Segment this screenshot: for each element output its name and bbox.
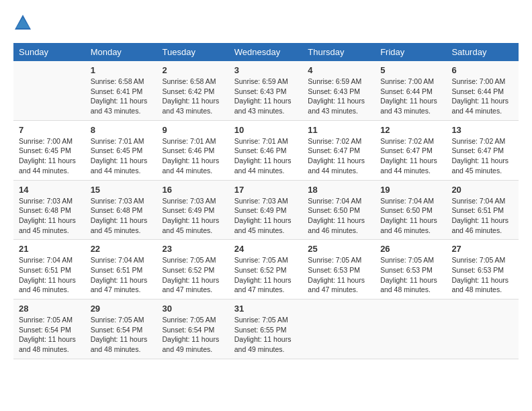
- calendar-cell: 15Sunrise: 7:03 AMSunset: 6:48 PMDayligh…: [85, 180, 157, 240]
- calendar-cell: 21Sunrise: 7:04 AMSunset: 6:51 PMDayligh…: [13, 240, 85, 300]
- calendar-cell: 3Sunrise: 6:59 AMSunset: 6:43 PMDaylight…: [229, 61, 303, 120]
- day-number: 8: [91, 125, 152, 135]
- calendar-cell: 2Sunrise: 6:58 AMSunset: 6:42 PMDaylight…: [157, 61, 229, 120]
- day-number: 2: [163, 65, 224, 75]
- day-detail: Sunrise: 7:04 AMSunset: 6:51 PMDaylight:…: [451, 196, 513, 236]
- calendar-cell: 8Sunrise: 7:01 AMSunset: 6:45 PMDaylight…: [85, 120, 157, 180]
- day-detail: Sunrise: 7:03 AMSunset: 6:48 PMDaylight:…: [91, 196, 152, 236]
- day-detail: Sunrise: 7:03 AMSunset: 6:49 PMDaylight:…: [163, 196, 224, 236]
- calendar-cell: 11Sunrise: 7:02 AMSunset: 6:47 PMDayligh…: [302, 120, 375, 180]
- calendar-cell: [13, 61, 85, 120]
- day-number: 28: [19, 304, 80, 314]
- day-detail: Sunrise: 6:58 AMSunset: 6:42 PMDaylight:…: [163, 77, 224, 116]
- day-number: 11: [308, 125, 369, 135]
- day-number: 1: [91, 65, 152, 75]
- day-detail: Sunrise: 7:05 AMSunset: 6:52 PMDaylight:…: [234, 255, 298, 295]
- calendar-cell: 4Sunrise: 6:59 AMSunset: 6:43 PMDaylight…: [302, 61, 375, 120]
- col-header-sunday: Sunday: [13, 43, 85, 61]
- day-detail: Sunrise: 7:05 AMSunset: 6:55 PMDaylight:…: [234, 315, 298, 355]
- day-detail: Sunrise: 6:59 AMSunset: 6:43 PMDaylight:…: [234, 77, 298, 116]
- day-number: 31: [234, 304, 298, 314]
- calendar-cell: 23Sunrise: 7:05 AMSunset: 6:52 PMDayligh…: [157, 240, 229, 300]
- calendar-week-row: 21Sunrise: 7:04 AMSunset: 6:51 PMDayligh…: [13, 240, 519, 300]
- calendar-cell: 16Sunrise: 7:03 AMSunset: 6:49 PMDayligh…: [157, 180, 229, 240]
- day-number: 6: [451, 65, 513, 75]
- day-detail: Sunrise: 6:58 AMSunset: 6:41 PMDaylight:…: [91, 77, 152, 116]
- day-number: 29: [91, 304, 152, 314]
- calendar-cell: 19Sunrise: 7:04 AMSunset: 6:50 PMDayligh…: [375, 180, 446, 240]
- day-detail: Sunrise: 7:01 AMSunset: 6:46 PMDaylight:…: [234, 136, 298, 176]
- day-number: 18: [308, 185, 369, 195]
- svg-marker-1: [16, 17, 30, 28]
- day-detail: Sunrise: 7:04 AMSunset: 6:50 PMDaylight:…: [380, 196, 441, 236]
- calendar-week-row: 1Sunrise: 6:58 AMSunset: 6:41 PMDaylight…: [13, 61, 519, 120]
- calendar-cell: 27Sunrise: 7:05 AMSunset: 6:53 PMDayligh…: [446, 240, 519, 300]
- col-header-friday: Friday: [375, 43, 446, 61]
- calendar-cell: 30Sunrise: 7:05 AMSunset: 6:54 PMDayligh…: [157, 300, 229, 359]
- day-detail: Sunrise: 7:04 AMSunset: 6:51 PMDaylight:…: [19, 255, 80, 295]
- day-detail: Sunrise: 7:03 AMSunset: 6:48 PMDaylight:…: [19, 196, 80, 236]
- col-header-tuesday: Tuesday: [157, 43, 229, 61]
- day-number: 14: [19, 185, 80, 195]
- day-number: 19: [380, 185, 441, 195]
- col-header-wednesday: Wednesday: [229, 43, 303, 61]
- day-detail: Sunrise: 7:05 AMSunset: 6:54 PMDaylight:…: [91, 315, 152, 355]
- day-number: 25: [308, 244, 369, 254]
- calendar-cell: 14Sunrise: 7:03 AMSunset: 6:48 PMDayligh…: [13, 180, 85, 240]
- day-detail: Sunrise: 7:00 AMSunset: 6:44 PMDaylight:…: [451, 77, 513, 116]
- calendar-cell: 13Sunrise: 7:02 AMSunset: 6:47 PMDayligh…: [446, 120, 519, 180]
- day-number: 23: [163, 244, 224, 254]
- day-number: 15: [91, 185, 152, 195]
- day-number: 7: [19, 125, 80, 135]
- day-number: 17: [234, 185, 298, 195]
- day-detail: Sunrise: 7:05 AMSunset: 6:54 PMDaylight:…: [163, 315, 224, 355]
- day-number: 20: [451, 185, 513, 195]
- calendar-cell: 25Sunrise: 7:05 AMSunset: 6:53 PMDayligh…: [302, 240, 375, 300]
- day-number: 12: [380, 125, 441, 135]
- day-detail: Sunrise: 7:05 AMSunset: 6:54 PMDaylight:…: [19, 315, 80, 355]
- calendar-cell: 20Sunrise: 7:04 AMSunset: 6:51 PMDayligh…: [446, 180, 519, 240]
- calendar-week-row: 7Sunrise: 7:00 AMSunset: 6:45 PMDaylight…: [13, 120, 519, 180]
- day-detail: Sunrise: 7:01 AMSunset: 6:46 PMDaylight:…: [163, 136, 224, 176]
- calendar-week-row: 28Sunrise: 7:05 AMSunset: 6:54 PMDayligh…: [13, 300, 519, 359]
- calendar-cell: 31Sunrise: 7:05 AMSunset: 6:55 PMDayligh…: [229, 300, 303, 359]
- logo: [13, 13, 35, 32]
- calendar-table: SundayMondayTuesdayWednesdayThursdayFrid…: [13, 43, 519, 359]
- day-number: 16: [163, 185, 224, 195]
- calendar-cell: 22Sunrise: 7:04 AMSunset: 6:51 PMDayligh…: [85, 240, 157, 300]
- calendar-cell: 12Sunrise: 7:02 AMSunset: 6:47 PMDayligh…: [375, 120, 446, 180]
- calendar-cell: 6Sunrise: 7:00 AMSunset: 6:44 PMDaylight…: [446, 61, 519, 120]
- calendar-cell: 10Sunrise: 7:01 AMSunset: 6:46 PMDayligh…: [229, 120, 303, 180]
- calendar-cell: 26Sunrise: 7:05 AMSunset: 6:53 PMDayligh…: [375, 240, 446, 300]
- calendar-cell: 24Sunrise: 7:05 AMSunset: 6:52 PMDayligh…: [229, 240, 303, 300]
- day-detail: Sunrise: 7:04 AMSunset: 6:51 PMDaylight:…: [91, 255, 152, 295]
- calendar-cell: 17Sunrise: 7:03 AMSunset: 6:49 PMDayligh…: [229, 180, 303, 240]
- day-detail: Sunrise: 7:05 AMSunset: 6:53 PMDaylight:…: [308, 255, 369, 295]
- logo-icon: [13, 13, 32, 32]
- day-detail: Sunrise: 7:00 AMSunset: 6:45 PMDaylight:…: [19, 136, 80, 176]
- calendar-cell: [446, 300, 519, 359]
- calendar-cell: 1Sunrise: 6:58 AMSunset: 6:41 PMDaylight…: [85, 61, 157, 120]
- day-detail: Sunrise: 7:02 AMSunset: 6:47 PMDaylight:…: [380, 136, 441, 176]
- day-number: 4: [308, 65, 369, 75]
- day-detail: Sunrise: 7:00 AMSunset: 6:44 PMDaylight:…: [380, 77, 441, 116]
- day-number: 3: [234, 65, 298, 75]
- col-header-thursday: Thursday: [302, 43, 375, 61]
- calendar-cell: 7Sunrise: 7:00 AMSunset: 6:45 PMDaylight…: [13, 120, 85, 180]
- col-header-saturday: Saturday: [446, 43, 519, 61]
- day-detail: Sunrise: 7:03 AMSunset: 6:49 PMDaylight:…: [234, 196, 298, 236]
- day-detail: Sunrise: 7:05 AMSunset: 6:52 PMDaylight:…: [163, 255, 224, 295]
- calendar-cell: [375, 300, 446, 359]
- day-number: 5: [380, 65, 441, 75]
- day-detail: Sunrise: 7:05 AMSunset: 6:53 PMDaylight:…: [451, 255, 513, 295]
- page-header: [13, 13, 519, 32]
- day-detail: Sunrise: 7:02 AMSunset: 6:47 PMDaylight:…: [308, 136, 369, 176]
- day-number: 10: [234, 125, 298, 135]
- day-detail: Sunrise: 7:05 AMSunset: 6:53 PMDaylight:…: [380, 255, 441, 295]
- calendar-cell: 9Sunrise: 7:01 AMSunset: 6:46 PMDaylight…: [157, 120, 229, 180]
- calendar-cell: 28Sunrise: 7:05 AMSunset: 6:54 PMDayligh…: [13, 300, 85, 359]
- day-number: 24: [234, 244, 298, 254]
- day-number: 30: [163, 304, 224, 314]
- calendar-header-row: SundayMondayTuesdayWednesdayThursdayFrid…: [13, 43, 519, 61]
- day-detail: Sunrise: 7:02 AMSunset: 6:47 PMDaylight:…: [451, 136, 513, 176]
